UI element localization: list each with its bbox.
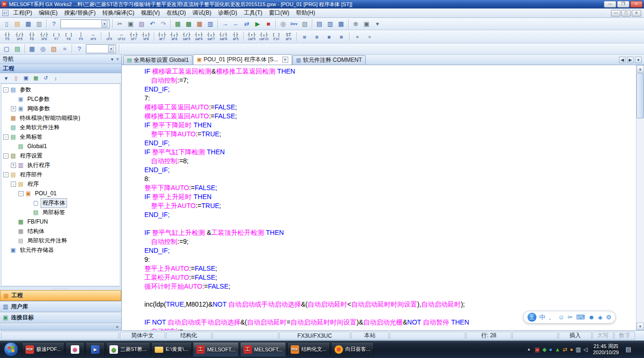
zoom-icon[interactable]: ⊕ xyxy=(351,19,361,29)
menu-item-7[interactable]: 诊断(D) xyxy=(215,8,241,18)
ime-keyboard-icon[interactable]: ⌨ xyxy=(576,314,585,320)
close-button[interactable]: × xyxy=(630,1,643,8)
read-from-plc-icon[interactable]: ← xyxy=(231,19,241,29)
taskbar-app-melsoft-2[interactable]: 工MELSOFT... xyxy=(240,342,286,357)
save-icon[interactable]: ▦ xyxy=(23,19,33,29)
tree-item-program-setting[interactable]: -▧程序设置 xyxy=(1,151,120,160)
tree-item-device-memory[interactable]: ▣软元件存储器 xyxy=(1,245,120,255)
taskbar-app-sunlogin[interactable]: 向日葵客... xyxy=(331,342,374,357)
redo-icon[interactable]: ↷ xyxy=(158,19,168,29)
edit-note-icon[interactable]: ▦ xyxy=(323,31,335,42)
start-button[interactable] xyxy=(1,341,21,358)
language-panel-icon[interactable]: ▤ xyxy=(624,346,633,353)
edit-declaration-icon[interactable]: ▧ xyxy=(335,31,347,42)
tree-item-structure[interactable]: ▦结构体 xyxy=(1,226,120,236)
ladder-operation-result-invert-icon[interactable]: ┤∕├saF8 xyxy=(217,31,229,42)
tray-cloud-icon[interactable]: ● xyxy=(549,347,552,352)
tray-messenger-icon[interactable]: ◆ xyxy=(542,347,546,352)
ladder-rising-pulse-icon[interactable]: ┤↑├caF5 xyxy=(246,31,258,42)
tree-expander-pou-01[interactable]: - xyxy=(18,191,24,196)
ladder-horizontal-line-icon[interactable]: —sF9 xyxy=(87,31,99,42)
device-batch-monitor-icon[interactable]: ▦ xyxy=(27,44,37,54)
ladder-pulse-rising-close-icon[interactable]: ┤↑├saF6 xyxy=(193,31,205,42)
ladder-close-contact-icon[interactable]: ┤∕├sF5 xyxy=(14,31,25,42)
tree-item-global1[interactable]: ▤Global1 xyxy=(1,142,120,151)
tab-list-icon[interactable]: ▾ xyxy=(635,57,642,63)
tree-expander-parameter[interactable]: - xyxy=(3,87,8,92)
st-help-icon[interactable]: ? xyxy=(74,44,84,54)
ime-lang-icon[interactable]: 中 xyxy=(539,314,545,320)
note-display-icon[interactable]: ▦ xyxy=(336,19,346,29)
tree-item-global-device-comment[interactable]: ▤全局软元件注释 xyxy=(1,123,120,132)
tab-scroll-left-icon[interactable]: ◀ xyxy=(619,57,626,63)
ladder-pulse-open-branch-icon[interactable]: ┤↑├aF7 xyxy=(156,31,168,42)
ladder-close-branch-icon[interactable]: ┤∕├sF6 xyxy=(38,31,50,42)
tray-pdf-icon[interactable]: ▣ xyxy=(535,347,540,352)
sampling-trace-icon[interactable]: ≈ xyxy=(59,44,70,54)
st-editor-icon[interactable]: ▢ xyxy=(1,44,12,54)
tab-global-label-setting[interactable]: ▤全局标签设置 Global1 xyxy=(123,55,192,65)
panel-close-icon[interactable]: × xyxy=(116,57,119,62)
tree-expander-global-label[interactable]: - xyxy=(3,134,8,140)
open-icon[interactable]: ▤ xyxy=(12,19,23,29)
scroll-down-icon[interactable]: ▼ xyxy=(636,323,644,330)
view-button-connection-destination[interactable]: ▣连接目标 xyxy=(0,312,121,323)
new-icon[interactable]: ▯ xyxy=(1,19,12,29)
menu-item-2[interactable]: 搜索/替换(F) xyxy=(61,8,99,18)
taskbar-app-structured-doc[interactable]: PDF结构化文... xyxy=(287,342,330,357)
ladder-delete-vertical-icon[interactable]: │cF9 xyxy=(103,31,115,42)
ladder-open-contact-icon[interactable]: ┤├F5 xyxy=(1,31,13,42)
program-check-icon[interactable]: ▥ xyxy=(205,19,216,29)
mdi-document-icon[interactable]: ST xyxy=(2,10,8,16)
tree-item-global-label[interactable]: -▤全局标签 xyxy=(1,132,120,142)
tree-expander-network-parameter[interactable]: + xyxy=(11,106,16,111)
taskbar-app-media-player[interactable]: ▶ xyxy=(86,342,105,357)
menu-item-4[interactable]: 视图(V) xyxy=(138,8,163,18)
taskbar-app-browser[interactable]: ◉三菱ST教... xyxy=(106,342,150,357)
ime-settings-icon[interactable]: ⚙ xyxy=(606,314,611,320)
panel-splitter[interactable]: ······· xyxy=(0,286,121,290)
mdi-close-button[interactable]: × xyxy=(632,10,641,17)
tree-item-program-parts[interactable]: -▤程序部件 xyxy=(1,170,120,179)
ladder-pulse-close-branch-icon[interactable]: ┤↓├aF8 xyxy=(168,31,180,42)
tray-volume-icon[interactable]: ◁ xyxy=(583,347,587,352)
display-zoom-out-icon[interactable]: ⊖ xyxy=(364,31,376,42)
menu-item-0[interactable]: 工程(P) xyxy=(10,8,35,18)
undo-icon[interactable]: ↶ xyxy=(147,19,158,29)
tab-close-icon[interactable]: × xyxy=(282,57,288,63)
tree-item-plc-parameter[interactable]: ▣PLC参数 xyxy=(1,94,120,104)
tree-item-parameter[interactable]: -▤参数 xyxy=(1,85,120,94)
keyword-combobox[interactable]: ▾ xyxy=(86,44,116,53)
device-find-icon[interactable]: Dev xyxy=(289,19,299,29)
ladder-vertical-line-icon[interactable]: │F9 xyxy=(75,31,87,42)
edit-statement-icon[interactable]: ▥ xyxy=(311,31,323,42)
tree-item-program[interactable]: -▤程序 xyxy=(1,179,120,189)
label-setting-icon[interactable]: ▤ xyxy=(12,44,23,54)
nav-data-security-icon[interactable]: ▦ xyxy=(32,74,40,83)
rebuild-all-icon[interactable]: ▦ xyxy=(194,19,205,29)
display-zoom-in-icon[interactable]: ⊕ xyxy=(351,31,363,42)
comment-display-icon[interactable]: ▤ xyxy=(314,19,325,29)
taskbar-clock[interactable]: 21:45 周四2020/10/29 xyxy=(590,343,622,356)
watch-window-icon[interactable]: ◎ xyxy=(38,44,48,54)
ladder-function-block-icon[interactable]: [ ]F10 xyxy=(270,31,282,42)
ime-punctuation-icon[interactable]: 。 xyxy=(549,314,555,320)
ladder-parallel-branch-icon[interactable]: ┤├aF5 xyxy=(230,31,242,42)
convert-icon[interactable]: ▦ xyxy=(173,19,183,29)
tree-expander-program-parts[interactable]: - xyxy=(3,172,8,177)
tree-item-fb-fun[interactable]: ▦FB/FUN xyxy=(1,217,120,226)
ladder-pulse-falling-icon[interactable]: ┤↓├sF8 xyxy=(140,31,152,42)
window-cascade-icon[interactable]: ▣ xyxy=(361,19,372,29)
cut-icon[interactable]: ✂ xyxy=(115,19,125,29)
tray-shield-icon[interactable]: ▲ xyxy=(555,347,560,352)
tab-pou01-program-body[interactable]: ▣POU_01 [PRG] 程序本体 [S...× xyxy=(193,54,292,65)
ladder-pulse-rising-icon[interactable]: ┤↑├sF7 xyxy=(128,31,140,42)
view-button-user-library[interactable]: ▥用户库 xyxy=(0,301,121,312)
ladder-inline-st-icon[interactable]: STaF9 xyxy=(283,31,294,42)
find-icon[interactable]: ◎ xyxy=(278,19,288,29)
ladder-pulse-falling-close-icon[interactable]: ┤↓├saF7 xyxy=(205,31,217,42)
ime-cut-icon[interactable]: ✂ xyxy=(568,314,573,320)
taskbar-app-explorer-folder[interactable]: E:\黄黄\... xyxy=(151,342,192,357)
tray-sync-icon[interactable]: ⇄ xyxy=(563,347,568,352)
ladder-falling-pulse-icon[interactable]: ┤↓├caF10 xyxy=(258,31,270,42)
